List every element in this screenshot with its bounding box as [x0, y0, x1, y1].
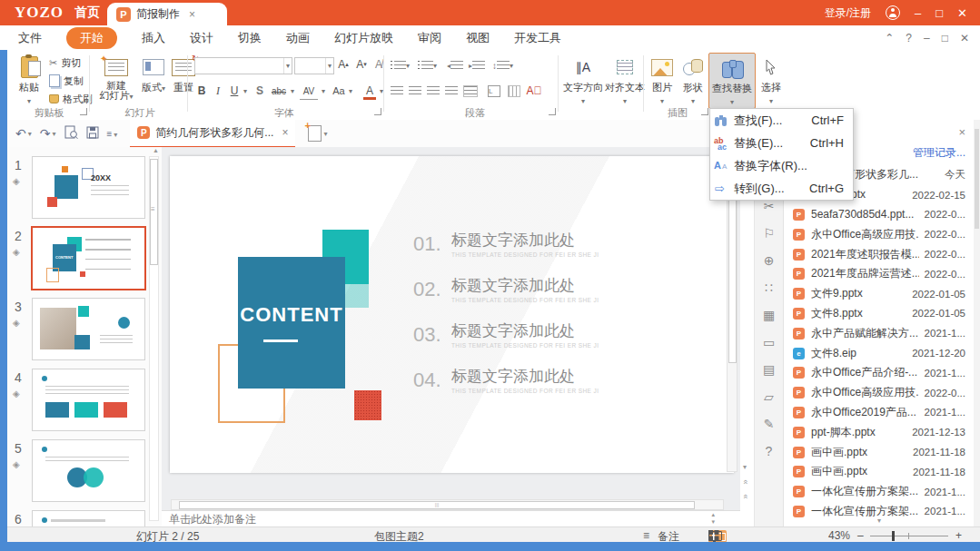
- dropdown-menu-item[interactable]: 替换字体(R)...: [710, 154, 853, 177]
- recent-file-row[interactable]: P 文件9.pptx 2022-01-05: [784, 284, 975, 304]
- app-tab-close-icon[interactable]: ×: [189, 8, 195, 21]
- manage-records-link[interactable]: 管理记录...: [913, 145, 965, 161]
- slide-thumbnail[interactable]: CONTENT: [31, 226, 146, 290]
- dropdown-menu-item[interactable]: 转到(G)... Ctrl+G: [710, 177, 853, 200]
- slide-thumbnail-item[interactable]: 5 ◈: [7, 436, 149, 507]
- find-replace-button[interactable]: 查找替换▾: [708, 53, 756, 109]
- print-preview-icon[interactable]: [64, 125, 78, 143]
- zoom-slider-thumb[interactable]: [892, 531, 895, 541]
- change-case-button[interactable]: Aa: [331, 83, 347, 99]
- slide-thumbnail-item[interactable]: 3 ◈: [7, 294, 149, 365]
- doc-close-icon[interactable]: ✕: [960, 32, 969, 44]
- dropdown-menu-item[interactable]: 查找(F)... Ctrl+F: [710, 109, 853, 132]
- tool-strip-icon[interactable]: ∷: [765, 281, 773, 294]
- recent-file-row[interactable]: P 永中产品赋能解决方... 2021-1...: [784, 323, 975, 343]
- underline-caret[interactable]: ▾: [242, 83, 249, 99]
- text-frame-button[interactable]: L: [487, 83, 501, 99]
- tool-strip-icon[interactable]: ▭: [763, 336, 775, 349]
- app-tab-presentation[interactable]: P 简报制作 ×: [107, 3, 227, 25]
- customize-toolbar-icon[interactable]: ≡▾: [107, 129, 118, 139]
- recent-file-row[interactable]: P 画中画.pptx 2021-11-18: [784, 462, 975, 482]
- file-list-more-icon[interactable]: ▾: [784, 517, 975, 525]
- font-name-combo[interactable]: ▾: [194, 57, 292, 74]
- copy-button[interactable]: 复制: [49, 74, 84, 88]
- shrink-font-button[interactable]: A▾: [354, 56, 369, 73]
- bullets-button[interactable]: ▾: [391, 57, 410, 74]
- document-tab-close-icon[interactable]: ×: [282, 126, 288, 139]
- increase-indent-button[interactable]: ▸: [469, 57, 485, 74]
- slide-list-row[interactable]: 02. 标题文字添加此处 THIS TEMPLATE DESIGNED FOR …: [413, 278, 599, 323]
- layout-button[interactable]: 版式▾: [138, 53, 169, 107]
- recent-file-row[interactable]: P 永中Office高级应用技... 2022-0...: [784, 224, 975, 244]
- font-dialog-launcher[interactable]: [374, 108, 381, 115]
- format-painter-button[interactable]: 格式刷: [49, 92, 93, 106]
- spacing-caret[interactable]: ▾: [320, 83, 327, 99]
- red-pattern-shape[interactable]: [354, 390, 381, 420]
- text-direction-button[interactable]: ∥A 文字方向▾: [562, 53, 604, 107]
- picture-button[interactable]: 图片▾: [647, 53, 678, 107]
- tool-strip-icon[interactable]: ▱: [764, 390, 774, 403]
- align-right-button[interactable]: [427, 83, 440, 99]
- menu-item[interactable]: 文件: [18, 30, 42, 46]
- menu-item[interactable]: 设计: [190, 30, 213, 46]
- dropdown-menu-item[interactable]: 替换(E)... Ctrl+H: [710, 132, 853, 154]
- char-spacing-button[interactable]: AV: [300, 83, 318, 100]
- menu-item[interactable]: 开始: [66, 27, 117, 49]
- slide-list-row[interactable]: 01. 标题文字添加此处 THIS TEMPLATE DESIGNED FOR …: [413, 232, 599, 278]
- recent-file-row[interactable]: e 文件8.eip 2021-12-20: [784, 343, 975, 363]
- collapse-ribbon-icon[interactable]: ⌃: [885, 32, 894, 44]
- tool-strip-icon[interactable]: ⊕: [764, 254, 775, 267]
- clipboard-dialog-launcher[interactable]: [80, 108, 87, 115]
- window-minimize-icon[interactable]: –: [915, 7, 921, 19]
- notes-scroll-arrows[interactable]: ▴▾: [711, 511, 715, 526]
- notes-bar[interactable]: 单击此处添加备注 ▴▾: [162, 510, 740, 527]
- tool-strip-icon[interactable]: ✎: [764, 418, 775, 430]
- recent-file-row[interactable]: P 2021年度述职报告模... 2022-0...: [784, 244, 975, 264]
- next-slide-dbl-icon[interactable]: «: [741, 494, 750, 498]
- distribute-button[interactable]: [463, 83, 478, 99]
- paste-button[interactable]: 粘贴▾: [13, 53, 45, 107]
- doc-minimize-icon[interactable]: –: [924, 32, 930, 44]
- recent-file-row[interactable]: P 永中Office高级应用技... 2022-0...: [784, 383, 975, 403]
- strike-caret[interactable]: ▾: [289, 83, 296, 99]
- slide-thumbnail-item[interactable]: 6 ◈: [7, 507, 149, 526]
- tool-strip-icon[interactable]: ⚐: [763, 227, 775, 240]
- italic-button[interactable]: I: [213, 83, 223, 99]
- columns-button[interactable]: [507, 83, 521, 99]
- underline-button[interactable]: U: [229, 83, 240, 99]
- menu-item[interactable]: 幻灯片放映: [334, 30, 393, 46]
- slide-thumbnail[interactable]: [32, 510, 145, 526]
- recent-file-row[interactable]: P ppt-脚本.pptx 2021-12-13: [784, 422, 975, 442]
- new-document-icon[interactable]: [308, 125, 322, 142]
- tool-strip-icon[interactable]: ▦: [763, 309, 775, 321]
- slide-panel-scrollbar[interactable]: [149, 156, 159, 521]
- home-tab[interactable]: 首页: [74, 5, 100, 21]
- menu-item[interactable]: 视图: [466, 30, 490, 46]
- bold-button[interactable]: B: [196, 83, 207, 99]
- recent-file-row[interactable]: P 5eafa730d85d4.ppt... 2022-0...: [784, 205, 975, 225]
- cut-button[interactable]: ✂剪切: [49, 55, 81, 70]
- doc-restore-icon[interactable]: □: [942, 32, 948, 44]
- editor-hscrollbar[interactable]: |||: [171, 499, 724, 510]
- shadow-button[interactable]: S: [254, 83, 265, 99]
- panel-collapse-icon[interactable]: ▲: [153, 147, 159, 153]
- help-icon[interactable]: ?: [906, 32, 912, 44]
- paragraph-dialog-launcher[interactable]: [549, 108, 556, 115]
- document-tab[interactable]: P 简约几何形状多彩几何... ×: [130, 120, 295, 148]
- justify-button[interactable]: [445, 83, 458, 99]
- menu-item[interactable]: 审阅: [418, 30, 441, 46]
- menu-item[interactable]: 开发工具: [514, 30, 561, 46]
- slide-thumbnail[interactable]: [32, 369, 145, 431]
- panel-scrollbar[interactable]: [974, 120, 980, 526]
- numbering-button[interactable]: ▾: [418, 57, 437, 74]
- notes-toggle-icon[interactable]: ≡: [643, 529, 649, 542]
- font-size-combo[interactable]: ▾: [294, 57, 334, 74]
- save-icon[interactable]: [86, 126, 99, 142]
- shapes-button[interactable]: 形状▾: [678, 53, 708, 107]
- line-spacing-button[interactable]: ↕▾: [492, 57, 513, 74]
- select-button[interactable]: 选择▾: [756, 53, 787, 107]
- align-center-button[interactable]: [409, 83, 421, 99]
- slide-canvas[interactable]: CONTENT 01. 标题文字添加此处 THIS TEMPLATE DESIG…: [170, 156, 734, 473]
- strikethrough-button[interactable]: abc: [269, 83, 289, 99]
- slide-thumbnail[interactable]: 20XX: [32, 156, 145, 219]
